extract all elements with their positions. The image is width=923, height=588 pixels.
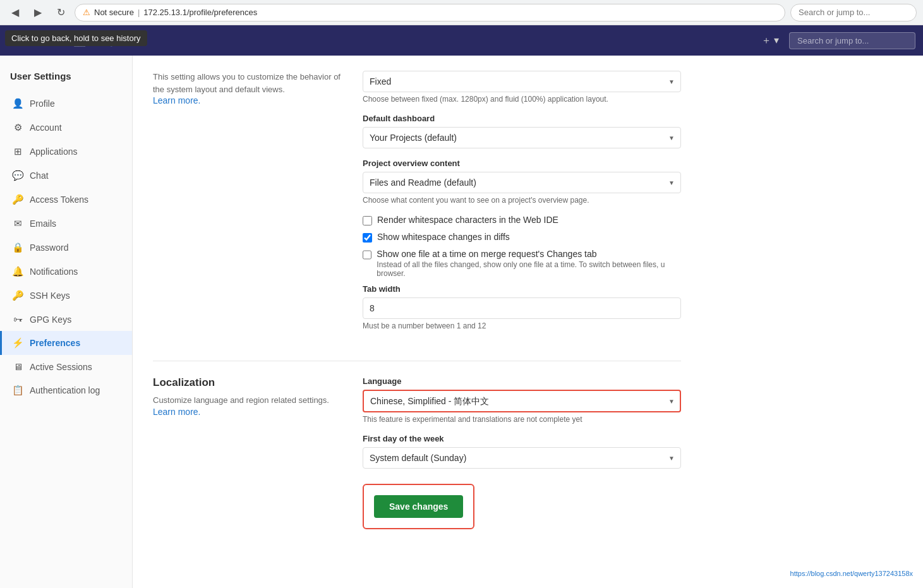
layout-width-group: Fixed Choose between fixed (max. 1280px)… xyxy=(363,71,681,104)
checkbox-single-file-label-group: Show one file at a time on merge request… xyxy=(377,249,681,278)
behavior-learn-more-link[interactable]: Learn more. xyxy=(153,95,200,105)
save-changes-button[interactable]: Save changes xyxy=(374,495,463,518)
sidebar-label-active-sessions: Active Sessions xyxy=(30,362,92,372)
sidebar-label-password: Password xyxy=(30,243,68,253)
language-select[interactable]: Chinese, Simplified - 简体中文 xyxy=(363,390,681,412)
save-area: Save changes xyxy=(363,484,474,529)
security-warning: ⚠ xyxy=(83,8,90,17)
notifications-icon: 🔔 xyxy=(12,266,23,277)
sidebar-label-applications: Applications xyxy=(30,147,78,157)
sidebar-item-applications[interactable]: ⊞ Applications xyxy=(0,140,132,164)
overview-hint: Choose what content you want to see on a… xyxy=(363,196,681,205)
sidebar-item-account[interactable]: ⚙ Account xyxy=(0,116,132,140)
checkbox-show-whitespace-label-group: Show whitespace changes in diffs xyxy=(377,232,510,242)
behavior-description: This setting allows you to customize the… xyxy=(153,71,342,340)
default-dashboard-select[interactable]: Your Projects (default) xyxy=(363,127,681,148)
localization-desc-text: Customize language and region related se… xyxy=(153,394,342,407)
nav-new-button[interactable]: ＋ ▾ xyxy=(756,31,784,51)
sidebar-item-active-sessions[interactable]: 🖥 Active Sessions xyxy=(0,355,132,378)
overview-content-select[interactable]: Files and Readme (default) xyxy=(363,172,681,193)
show-whitespace-checkbox[interactable] xyxy=(363,233,372,243)
localization-title: Localization xyxy=(153,376,342,389)
main-layout: User Settings 👤 Profile ⚙ Account ⊞ Appl… xyxy=(0,56,923,588)
layout-width-select[interactable]: Fixed xyxy=(363,71,681,92)
browser-search-input[interactable] xyxy=(790,4,917,21)
overview-content-group: Project overview content Files and Readm… xyxy=(363,159,681,205)
chat-icon: 💬 xyxy=(12,170,23,181)
behavior-row: This setting allows you to customize the… xyxy=(153,71,681,340)
settings-container: This setting allows you to customize the… xyxy=(133,56,701,565)
sidebar-item-chat[interactable]: 💬 Chat xyxy=(0,164,132,188)
preferences-icon: ⚡ xyxy=(12,337,23,349)
single-file-label[interactable]: Show one file at a time on merge request… xyxy=(377,249,596,259)
section-divider xyxy=(153,361,681,361)
authentication-log-icon: 📋 xyxy=(12,385,23,396)
render-whitespace-label[interactable]: Render whitespace characters in the Web … xyxy=(377,215,558,225)
applications-icon: ⊞ xyxy=(12,146,23,157)
single-file-hint: Instead of all the files changed, show o… xyxy=(377,260,681,278)
nav-right: ＋ ▾ xyxy=(756,31,915,51)
sidebar-title: User Settings xyxy=(0,66,132,92)
sidebar-label-emails: Emails xyxy=(30,219,56,229)
sidebar-label-authentication-log: Authentication log xyxy=(30,385,100,395)
default-dashboard-group: Default dashboard Your Projects (default… xyxy=(363,114,681,148)
sidebar-item-gpg-keys[interactable]: 🗝 GPG Keys xyxy=(0,308,132,331)
profile-icon: 👤 xyxy=(12,98,23,109)
tab-width-group: Tab width Must be a number between 1 and… xyxy=(363,284,681,330)
sidebar-item-preferences[interactable]: ⚡ Preferences xyxy=(0,331,132,355)
localization-learn-more-link[interactable]: Learn more. xyxy=(153,407,200,417)
reload-button[interactable]: ↻ xyxy=(52,4,69,21)
security-label: Not secure xyxy=(94,8,134,17)
dashboard-select-wrapper: Your Projects (default) xyxy=(363,127,681,148)
checkbox-whitespace-row: Render whitespace characters in the Web … xyxy=(363,215,681,225)
localization-section: Localization Customize language and regi… xyxy=(153,376,681,529)
address-text: 172.25.13.1/profile/preferences xyxy=(143,8,257,17)
app-search-input[interactable] xyxy=(789,32,915,49)
layout-select-wrapper: Fixed xyxy=(363,71,681,92)
sidebar-label-ssh-keys: SSH Keys xyxy=(30,291,70,301)
first-day-select[interactable]: System default (Sunday) xyxy=(363,447,681,469)
sidebar-item-authentication-log[interactable]: 📋 Authentication log xyxy=(0,378,132,402)
access-tokens-icon: 🔑 xyxy=(12,194,23,205)
first-day-select-wrapper: System default (Sunday) xyxy=(363,447,681,469)
address-bar: ⚠ Not secure | 172.25.13.1/profile/prefe… xyxy=(75,4,785,21)
active-sessions-icon: 🖥 xyxy=(12,361,23,372)
browser-bar: ◀ ▶ ↻ ⚠ Not secure | 172.25.13.1/profile… xyxy=(0,0,923,25)
language-group: Language Chinese, Simplified - 简体中文 This… xyxy=(363,376,681,424)
checkbox-whitespace-label-group: Render whitespace characters in the Web … xyxy=(377,215,558,225)
password-icon: 🔒 xyxy=(12,242,23,253)
tab-width-input[interactable] xyxy=(363,297,681,319)
gpg-keys-icon: 🗝 xyxy=(12,314,23,325)
sidebar-item-emails[interactable]: ✉ Emails xyxy=(0,212,132,236)
sidebar: User Settings 👤 Profile ⚙ Account ⊞ Appl… xyxy=(0,56,133,588)
checkbox-show-whitespace-row: Show whitespace changes in diffs xyxy=(363,232,681,243)
sidebar-item-password[interactable]: 🔒 Password xyxy=(0,236,132,260)
back-tooltip: Click to go back, hold to see history xyxy=(5,30,147,46)
behavior-section: This setting allows you to customize the… xyxy=(153,71,681,340)
layout-hint: Choose between fixed (max. 1280px) and f… xyxy=(363,95,681,104)
sidebar-item-ssh-keys[interactable]: 🔑 SSH Keys xyxy=(0,284,132,308)
forward-button[interactable]: ▶ xyxy=(29,4,47,21)
overview-select-wrapper: Files and Readme (default) xyxy=(363,172,681,193)
sidebar-item-access-tokens[interactable]: 🔑 Access Tokens xyxy=(0,188,132,212)
show-whitespace-label[interactable]: Show whitespace changes in diffs xyxy=(377,232,510,242)
sidebar-item-profile[interactable]: 👤 Profile xyxy=(0,92,132,116)
render-whitespace-checkbox[interactable] xyxy=(363,216,372,225)
checkbox-single-file-row: Show one file at a time on merge request… xyxy=(363,249,681,278)
sidebar-label-notifications: Notifications xyxy=(30,267,78,277)
sidebar-label-account: Account xyxy=(30,123,62,133)
sidebar-label-gpg-keys: GPG Keys xyxy=(30,315,71,325)
sidebar-label-chat: Chat xyxy=(30,171,49,181)
back-button[interactable]: ◀ xyxy=(6,4,24,21)
main-content: This setting allows you to customize the… xyxy=(133,56,923,588)
first-day-label: First day of the week xyxy=(363,434,681,443)
tab-width-hint: Must be a number between 1 and 12 xyxy=(363,321,681,330)
localization-description: Localization Customize language and regi… xyxy=(153,376,342,529)
footer-link: https://blog.csdn.net/qwerty137243158x xyxy=(133,565,923,580)
tab-width-label: Tab width xyxy=(363,284,681,294)
single-file-checkbox[interactable] xyxy=(363,250,371,260)
dropdown-icon: ▾ xyxy=(774,35,779,45)
sidebar-label-access-tokens: Access Tokens xyxy=(30,195,88,205)
sidebar-item-notifications[interactable]: 🔔 Notifications xyxy=(0,260,132,284)
language-hint: This feature is experimental and transla… xyxy=(363,415,681,424)
